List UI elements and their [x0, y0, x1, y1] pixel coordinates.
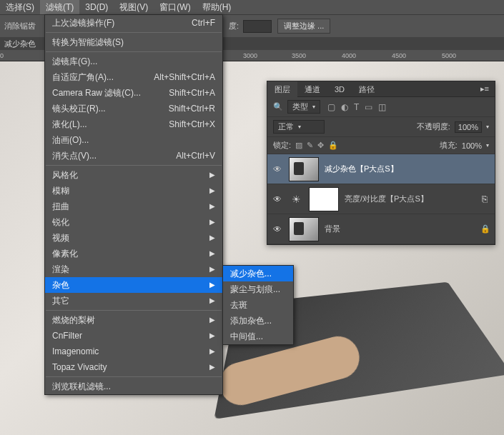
layer-thumbnail[interactable] — [309, 187, 339, 211]
filter-menu-item[interactable]: 锐化▶ — [45, 214, 222, 230]
submenu-arrow-icon: ▶ — [209, 214, 215, 230]
filter-menu-item[interactable]: 转换为智能滤镜(S) — [45, 34, 222, 50]
submenu-arrow-icon: ▶ — [209, 246, 215, 261]
visibility-icon[interactable]: 👁 — [272, 164, 283, 174]
menu-item-label: 消失点(V)... — [52, 148, 97, 164]
blend-mode-value: 正常 — [278, 121, 294, 132]
layer-name[interactable]: 减少杂色【P大点S】 — [325, 164, 490, 174]
submenu-arrow-icon: ▶ — [209, 183, 215, 199]
menu-item[interactable]: 窗口(W) — [154, 0, 196, 14]
menu-item[interactable]: 3D(D) — [79, 0, 114, 14]
visibility-icon[interactable]: 👁 — [272, 194, 283, 204]
chevron-down-icon[interactable]: ▾ — [486, 142, 489, 149]
layer-row[interactable]: 👁背景🔒 — [267, 214, 495, 244]
layer-kind-select[interactable]: 类型 ▾ — [287, 100, 320, 114]
submenu-item[interactable]: 中间值... — [223, 329, 293, 344]
menu-item[interactable]: 选择(S) — [0, 0, 40, 14]
refine-edge-button[interactable]: 调整边缘 ... — [277, 19, 330, 34]
visibility-icon[interactable]: 👁 — [272, 224, 283, 234]
filter-menu-item[interactable]: 风格化▶ — [45, 167, 222, 183]
filter-menu-item[interactable]: 模糊▶ — [45, 183, 222, 199]
filter-menu-item[interactable]: 视频▶ — [45, 230, 222, 246]
filter-menu-item[interactable]: 像素化▶ — [45, 246, 222, 261]
layer-name[interactable]: 背景 — [325, 224, 475, 234]
menu-item[interactable]: 视图(V) — [114, 0, 154, 14]
submenu-item[interactable]: 蒙尘与划痕... — [223, 281, 293, 297]
lock-transparency-icon[interactable]: ▨ — [295, 141, 302, 150]
filter-menu-item[interactable]: 滤镜库(G)... — [45, 54, 222, 69]
filter-menu-item[interactable]: 消失点(V)...Alt+Ctrl+V — [45, 148, 222, 164]
menu-item[interactable]: 帮助(H) — [197, 0, 237, 14]
opacity-input[interactable]: 100% — [455, 121, 482, 133]
filter-shape-icon[interactable]: ▭ — [365, 102, 372, 112]
fill-input[interactable]: 100% — [462, 141, 482, 150]
menu-shortcut: Shift+Ctrl+R — [169, 101, 215, 116]
menu-item[interactable]: 滤镜(T) — [40, 0, 79, 14]
layer-thumbnail[interactable] — [289, 217, 319, 241]
submenu-item[interactable]: 去斑 — [223, 297, 293, 313]
filter-adjustment-icon[interactable]: ◐ — [341, 102, 348, 112]
filter-menu-item[interactable]: 燃烧的梨树▶ — [45, 312, 222, 328]
menu-item-label: 渲染 — [52, 261, 69, 277]
filter-menu-item[interactable]: 油画(O)... — [45, 132, 222, 148]
panel-tab[interactable]: 3D — [327, 81, 352, 97]
filter-menu-item[interactable]: 镜头校正(R)...Shift+Ctrl+R — [45, 101, 222, 116]
filter-menu-dropdown: 上次滤镜操作(F)Ctrl+F转换为智能滤镜(S)滤镜库(G)...自适应广角(… — [44, 14, 223, 395]
menu-shortcut: Alt+Shift+Ctrl+A — [154, 69, 215, 85]
layer-row[interactable]: 👁减少杂色【P大点S】 — [267, 154, 495, 184]
submenu-item[interactable]: 添加杂色... — [223, 313, 293, 329]
menu-item-label: 锐化 — [52, 214, 69, 230]
filter-smart-icon[interactable]: ◫ — [378, 102, 386, 112]
menu-item-label: 其它 — [52, 293, 69, 309]
noise-submenu: 减少杂色...蒙尘与划痕...去斑添加杂色...中间值... — [222, 265, 294, 345]
panel-tab[interactable]: 路径 — [352, 81, 382, 97]
menu-separator — [46, 165, 222, 166]
lock-position-icon[interactable]: ✥ — [317, 141, 324, 150]
blend-mode-select[interactable]: 正常 ▾ — [273, 120, 325, 134]
layer-row[interactable]: 👁☀亮度/对比度【P大点S】⎘ — [267, 184, 495, 214]
chevron-down-icon: ▾ — [312, 104, 315, 110]
filter-menu-item[interactable]: Imagenomic▶ — [45, 344, 222, 359]
filter-menu-item[interactable]: 渲染▶ — [45, 261, 222, 277]
menu-shortcut: Ctrl+F — [192, 15, 215, 31]
panel-tab[interactable]: 通道 — [297, 81, 327, 97]
filter-menu-item[interactable]: 自适应广角(A)...Alt+Shift+Ctrl+A — [45, 69, 222, 85]
panel-menu-icon[interactable]: ▸≡ — [475, 84, 495, 94]
filter-pixel-icon[interactable]: ▢ — [327, 102, 335, 112]
ruler-mark: 3500 — [292, 52, 306, 59]
link-icon[interactable]: ⎘ — [482, 194, 488, 204]
lock-all-icon[interactable]: 🔒 — [328, 141, 338, 150]
menu-item-label: 扭曲 — [52, 199, 69, 214]
layer-filter-row: 🔍 类型 ▾ ▢ ◐ T ▭ ◫ — [267, 97, 495, 117]
layer-name[interactable]: 亮度/对比度【P大点S】 — [345, 194, 476, 204]
opacity-label: 不透明度: — [417, 121, 450, 132]
layer-thumbnail[interactable] — [289, 157, 319, 181]
filter-menu-item[interactable]: Camera Raw 滤镜(C)...Shift+Ctrl+A — [45, 85, 222, 101]
menu-item-label: Topaz Vivacity — [52, 359, 107, 375]
lock-paint-icon[interactable]: ✎ — [307, 141, 313, 150]
submenu-arrow-icon: ▶ — [209, 293, 215, 309]
search-icon[interactable]: 🔍 — [273, 102, 283, 111]
filter-menu-item[interactable]: 其它▶ — [45, 293, 222, 309]
submenu-item[interactable]: 减少杂色... — [223, 266, 293, 281]
layer-kind-label: 类型 — [292, 101, 308, 112]
filter-menu-item[interactable]: 杂色▶ — [45, 277, 222, 293]
menu-item-label: 燃烧的梨树 — [52, 312, 95, 328]
options-degree-label: 度: — [229, 21, 239, 31]
menu-item-label: 转换为智能滤镜(S) — [52, 34, 124, 50]
filter-menu-item[interactable]: 上次滤镜操作(F)Ctrl+F — [45, 15, 222, 31]
ruler-mark: 5000 — [442, 52, 456, 59]
chevron-down-icon[interactable]: ▾ — [486, 124, 489, 130]
filter-menu-item[interactable]: 浏览联机滤镜... — [45, 379, 222, 394]
options-degree-input[interactable] — [243, 20, 272, 33]
menu-item-label: 浏览联机滤镜... — [52, 379, 111, 394]
filter-type-icon[interactable]: T — [354, 102, 359, 112]
filter-menu-item[interactable]: 液化(L)...Shift+Ctrl+X — [45, 116, 222, 132]
submenu-arrow-icon: ▶ — [209, 277, 215, 293]
filter-menu-item[interactable]: 扭曲▶ — [45, 199, 222, 214]
panel-tab[interactable]: 图层 — [267, 81, 297, 97]
filter-menu-item[interactable]: CnFilter▶ — [45, 328, 222, 344]
filter-menu-item[interactable]: Topaz Vivacity▶ — [45, 359, 222, 375]
chevron-down-icon: ▾ — [298, 124, 301, 130]
menu-item-label: 上次滤镜操作(F) — [52, 15, 114, 31]
